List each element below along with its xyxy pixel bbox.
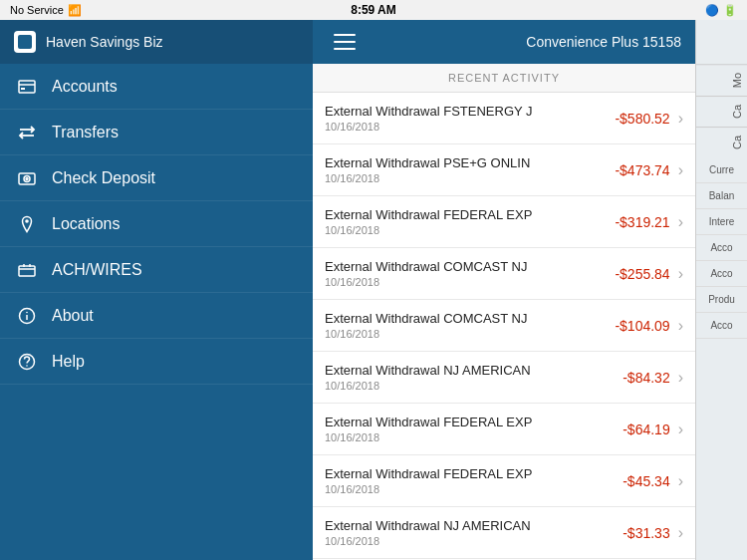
chevron-right-icon: ›: [678, 524, 683, 542]
hamburger-line-1: [334, 34, 356, 36]
sidebar-item-transfers[interactable]: Transfers: [0, 110, 313, 155]
sidebar-item-check-deposit[interactable]: Check Deposit: [0, 155, 313, 201]
accounts-label: Accounts: [52, 78, 118, 96]
signal-text: No Service: [10, 4, 64, 16]
panel-tab-mo[interactable]: Mo: [696, 64, 747, 96]
panel-label-intere[interactable]: Intere: [696, 209, 747, 235]
bank-logo-icon: [14, 31, 36, 53]
panel-label-curre[interactable]: Curre: [696, 157, 747, 183]
transaction-amount: -$84.32: [622, 370, 669, 386]
panel-label-acco1[interactable]: Acco: [696, 235, 747, 261]
transaction-row[interactable]: External Withdrawal COMCAST NJ 10/16/201…: [313, 248, 695, 300]
transaction-date: 10/16/2018: [325, 483, 622, 495]
panel-tab-ca1[interactable]: Ca: [696, 96, 747, 127]
svg-point-6: [25, 219, 29, 223]
transaction-row[interactable]: External Withdrawal FEDERAL EXP 10/16/20…: [313, 455, 695, 507]
transaction-desc: External Withdrawal COMCAST NJ: [325, 311, 615, 326]
chevron-right-icon: ›: [678, 420, 683, 438]
panel-label-acco2[interactable]: Acco: [696, 261, 747, 287]
status-bar-right: 🔵 🔋: [705, 4, 737, 17]
chevron-right-icon: ›: [678, 369, 683, 387]
transaction-date: 10/16/2018: [325, 172, 615, 184]
hamburger-button[interactable]: [327, 24, 363, 60]
transaction-amount: -$31.33: [622, 525, 669, 541]
transaction-desc: External Withdrawal NJ AMERICAN: [325, 518, 622, 533]
transaction-row[interactable]: External Withdrawal FEDERAL EXP 10/16/20…: [313, 404, 695, 455]
panel-label-produ[interactable]: Produ: [696, 287, 747, 313]
panel-label-acco3[interactable]: Acco: [696, 313, 747, 339]
check-deposit-icon: [16, 167, 38, 189]
transaction-date: 10/16/2018: [325, 431, 622, 443]
svg-point-4: [24, 175, 30, 181]
locations-label: Locations: [52, 215, 121, 233]
transaction-row[interactable]: External Withdrawal PSE+G ONLIN 10/16/20…: [313, 144, 695, 196]
sidebar-item-help[interactable]: Help: [0, 339, 313, 385]
transaction-date: 10/16/2018: [325, 121, 615, 133]
transactions-list: External Withdrawal FSTENERGY J 10/16/20…: [313, 93, 695, 560]
sidebar-nav: Accounts Transfers: [0, 64, 313, 560]
right-panel: Mo Ca Ca Curre Balan Intere Acco Acco Pr…: [695, 20, 747, 560]
transfers-label: Transfers: [52, 124, 119, 141]
panel-tab-ca2[interactable]: Ca: [696, 127, 747, 157]
transaction-info: External Withdrawal FEDERAL EXP 10/16/20…: [325, 415, 622, 443]
sidebar-item-ach-wires[interactable]: ACH/WIRES: [0, 247, 313, 293]
help-label: Help: [52, 353, 85, 371]
sidebar-item-accounts[interactable]: Accounts: [0, 64, 313, 110]
about-label: About: [52, 307, 94, 325]
ach-wires-label: ACH/WIRES: [52, 261, 142, 279]
transaction-row[interactable]: External Withdrawal FSTENERGY J 10/16/20…: [313, 93, 695, 144]
transaction-info: External Withdrawal PSE+G ONLIN 10/16/20…: [325, 155, 615, 184]
transaction-info: External Withdrawal COMCAST NJ 10/16/201…: [325, 311, 615, 340]
sidebar-item-about[interactable]: About: [0, 293, 313, 339]
transaction-date: 10/16/2018: [325, 380, 622, 392]
chevron-right-icon: ›: [678, 161, 683, 179]
chevron-right-icon: ›: [678, 213, 683, 231]
transaction-amount: -$319.21: [615, 214, 669, 230]
transaction-info: External Withdrawal NJ AMERICAN 10/16/20…: [325, 363, 622, 392]
transaction-date: 10/16/2018: [325, 224, 615, 236]
transaction-desc: External Withdrawal COMCAST NJ: [325, 259, 615, 274]
chevron-right-icon: ›: [678, 472, 683, 490]
hamburger-line-3: [334, 48, 356, 50]
status-bar: No Service 📶 8:59 AM 🔵 🔋: [0, 0, 747, 20]
transaction-amount: -$104.09: [615, 318, 669, 334]
about-icon: [16, 305, 38, 327]
sidebar-item-locations[interactable]: Locations: [0, 201, 313, 247]
bluetooth-icon: 🔵: [705, 4, 719, 17]
bank-logo-inner: [18, 35, 32, 49]
transactions-area: RECENT ACTIVITY External Withdrawal FSTE…: [313, 64, 695, 560]
transaction-amount: -$473.74: [615, 162, 669, 178]
transaction-desc: External Withdrawal FEDERAL EXP: [325, 466, 622, 481]
svg-point-5: [26, 177, 28, 179]
chevron-right-icon: ›: [678, 317, 683, 335]
check-deposit-label: Check Deposit: [52, 169, 155, 187]
panel-label-balan[interactable]: Balan: [696, 183, 747, 209]
transaction-date: 10/16/2018: [325, 276, 615, 288]
help-icon: [16, 351, 38, 373]
transaction-desc: External Withdrawal FEDERAL EXP: [325, 207, 615, 222]
transaction-desc: External Withdrawal PSE+G ONLIN: [325, 155, 615, 170]
svg-rect-7: [19, 266, 35, 276]
transaction-amount: -$45.34: [622, 473, 669, 489]
transaction-row[interactable]: External Withdrawal COMCAST NJ 10/16/201…: [313, 300, 695, 352]
top-bar: Convenience Plus 15158: [313, 20, 695, 64]
transaction-row[interactable]: External Withdrawal NJ AMERICAN 10/16/20…: [313, 507, 695, 559]
accounts-icon: [16, 76, 38, 98]
transaction-desc: External Withdrawal FEDERAL EXP: [325, 415, 622, 429]
svg-rect-3: [19, 173, 35, 184]
transaction-amount: -$255.84: [615, 266, 669, 282]
ach-wires-icon: [16, 259, 38, 281]
svg-rect-0: [19, 81, 35, 93]
transfers-icon: [16, 122, 38, 143]
svg-point-12: [26, 311, 28, 313]
locations-icon: [16, 213, 38, 235]
transaction-date: 10/16/2018: [325, 535, 622, 547]
bank-name: Haven Savings Biz: [46, 34, 163, 50]
transaction-info: External Withdrawal NJ AMERICAN 10/16/20…: [325, 518, 622, 547]
transaction-row[interactable]: External Withdrawal NJ AMERICAN 10/16/20…: [313, 352, 695, 404]
transaction-row[interactable]: External Withdrawal FEDERAL EXP 10/16/20…: [313, 196, 695, 248]
transaction-info: External Withdrawal FSTENERGY J 10/16/20…: [325, 104, 615, 133]
transaction-date: 10/16/2018: [325, 328, 615, 340]
wifi-icon: 📶: [68, 4, 82, 17]
transaction-info: External Withdrawal FEDERAL EXP 10/16/20…: [325, 207, 615, 236]
